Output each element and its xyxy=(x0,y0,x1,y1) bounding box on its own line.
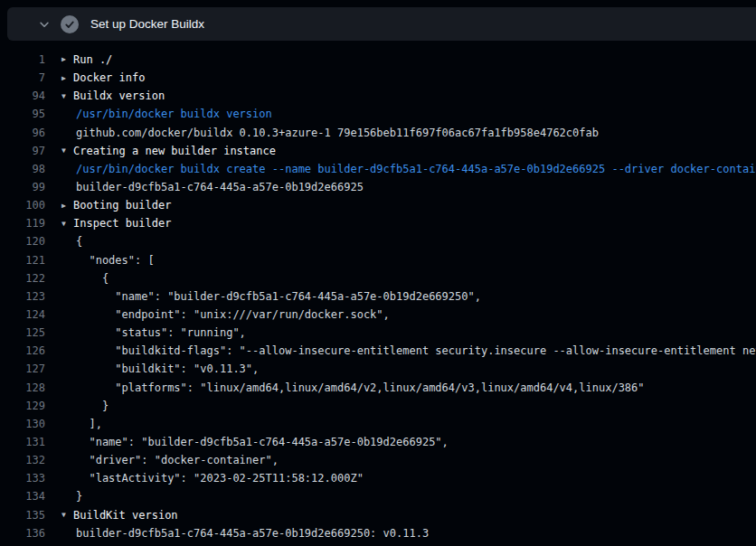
line-number[interactable]: 133 xyxy=(0,469,45,487)
triangle-expanded-icon[interactable]: ▼ xyxy=(61,506,73,524)
log-text-line: 128 "platforms": "linux/amd64,linux/amd6… xyxy=(0,379,756,397)
log-group-line[interactable]: 1 ▶Run ./ xyxy=(0,51,756,69)
log-output-text: "buildkitd-flags": "--allow-insecure-ent… xyxy=(76,344,756,357)
line-number[interactable]: 120 xyxy=(0,232,45,250)
line-number[interactable]: 135 xyxy=(0,506,45,524)
log-text-line: 99 builder-d9cfb5a1-c764-445a-a57e-0b19d… xyxy=(0,178,756,196)
log-text-cell: "name": "builder-d9cfb5a1-c764-445a-a57e… xyxy=(45,287,481,306)
log-text-line: 122 { xyxy=(0,269,756,287)
log-text-cell: builder-d9cfb5a1-c764-445a-a57e-0b19d2e6… xyxy=(45,178,364,196)
log-text-cell: "buildkit": "v0.11.3", xyxy=(45,360,259,378)
log-output-text: builder-d9cfb5a1-c764-445a-a57e-0b19d2e6… xyxy=(76,527,429,540)
log-group-line[interactable]: 135 ▼BuildKit version xyxy=(0,506,756,524)
log-text-line: 127 "buildkit": "v0.11.3", xyxy=(0,360,756,378)
log-text-cell: github.com/docker/buildx 0.10.3+azure-1 … xyxy=(45,124,599,142)
log-group-cell[interactable]: ▶Booting builder xyxy=(45,196,171,214)
log-output-text: "buildkit": "v0.11.3", xyxy=(76,362,259,375)
log-text-line: 123 "name": "builder-d9cfb5a1-c764-445a-… xyxy=(0,287,756,306)
log-group-line[interactable]: 97 ▼Creating a new builder instance xyxy=(0,142,756,160)
log-output-text: "name": "builder-d9cfb5a1-c764-445a-a57e… xyxy=(76,290,481,303)
log-text-cell: "driver": "docker-container", xyxy=(45,451,279,469)
log-group-cell[interactable]: ▶Run ./ xyxy=(45,51,112,69)
line-number[interactable]: 99 xyxy=(0,178,45,196)
line-number[interactable]: 122 xyxy=(0,269,45,287)
log-text-cell: "endpoint": "unix:///var/run/docker.sock… xyxy=(45,306,390,324)
line-number[interactable]: 131 xyxy=(0,433,45,451)
line-number[interactable]: 1 xyxy=(0,51,45,69)
line-number[interactable]: 126 xyxy=(0,342,45,360)
log-output-text: ], xyxy=(76,418,102,430)
line-number[interactable]: 136 xyxy=(0,524,45,542)
log-text-cell: /usr/bin/docker buildx create --name bui… xyxy=(45,160,756,178)
log-text-line: 95 /usr/bin/docker buildx version xyxy=(0,105,756,123)
line-number[interactable]: 124 xyxy=(0,306,45,324)
log-output-text: "nodes": [ xyxy=(76,254,155,267)
triangle-collapsed-icon[interactable]: ▶ xyxy=(61,197,73,215)
line-number[interactable]: 7 xyxy=(0,69,45,87)
triangle-expanded-icon[interactable]: ▼ xyxy=(61,88,73,106)
log-text-line: 131 "name": "builder-d9cfb5a1-c764-445a-… xyxy=(0,433,756,451)
log-text-line: 132 "driver": "docker-container", xyxy=(0,451,756,469)
triangle-collapsed-icon[interactable]: ▶ xyxy=(61,70,73,88)
line-number[interactable]: 128 xyxy=(0,379,45,397)
line-number[interactable]: 125 xyxy=(0,324,45,342)
log-group-title: Buildx version xyxy=(73,89,165,102)
log-text-line: 96 github.com/docker/buildx 0.10.3+azure… xyxy=(0,124,756,142)
log-text-line: 130 ], xyxy=(0,415,756,433)
line-number[interactable]: 96 xyxy=(0,124,45,142)
line-number[interactable]: 132 xyxy=(0,451,45,469)
log-group-cell[interactable]: ▼Inspect builder xyxy=(45,214,171,232)
log-group-line[interactable]: 94 ▼Buildx version xyxy=(0,87,756,105)
log-text-line: 126 "buildkitd-flags": "--allow-insecure… xyxy=(0,342,756,360)
log-text-cell: "name": "builder-d9cfb5a1-c764-445a-a57e… xyxy=(45,433,449,451)
log-group-title: Run ./ xyxy=(73,53,112,66)
log-group-cell[interactable]: ▶Docker info xyxy=(45,69,145,87)
line-number[interactable]: 134 xyxy=(0,487,45,505)
line-number[interactable]: 97 xyxy=(0,142,45,160)
log-output-text: "status": "running", xyxy=(76,326,246,339)
log-text-line: 121 "nodes": [ xyxy=(0,251,756,269)
log-text-cell: "lastActivity": "2023-02-25T11:58:12.000… xyxy=(45,469,364,487)
triangle-expanded-icon[interactable]: ▼ xyxy=(61,215,73,233)
log-output-text: { xyxy=(76,235,82,248)
log-output-text: "driver": "docker-container", xyxy=(76,454,279,466)
log-text-cell: /usr/bin/docker buildx version xyxy=(45,105,272,123)
line-number[interactable]: 129 xyxy=(0,397,45,415)
log-output-text: github.com/docker/buildx 0.10.3+azure-1 … xyxy=(76,127,599,139)
log-output-text: "endpoint": "unix:///var/run/docker.sock… xyxy=(76,308,390,321)
step-header[interactable]: Set up Docker Buildx xyxy=(7,7,756,41)
log-output-text: builder-d9cfb5a1-c764-445a-a57e-0b19d2e6… xyxy=(76,181,364,193)
line-number[interactable]: 94 xyxy=(0,87,45,105)
line-number[interactable]: 119 xyxy=(0,214,45,232)
log-output-text: "name": "builder-d9cfb5a1-c764-445a-a57e… xyxy=(76,436,449,448)
log-group-cell[interactable]: ▼Creating a new builder instance xyxy=(45,142,276,160)
log-text-cell: "status": "running", xyxy=(45,324,246,342)
log-output-text: "lastActivity": "2023-02-25T11:58:12.000… xyxy=(76,472,364,485)
log-viewer: 1 ▶Run ./ 7 ▶Docker info 94 ▼Buildx vers… xyxy=(0,51,756,542)
line-number[interactable]: 127 xyxy=(0,360,45,378)
log-text-line: 133 "lastActivity": "2023-02-25T11:58:12… xyxy=(0,469,756,487)
log-group-line[interactable]: 119 ▼Inspect builder xyxy=(0,214,756,232)
log-group-title: Docker info xyxy=(73,71,145,84)
log-group-line[interactable]: 7 ▶Docker info xyxy=(0,69,756,87)
line-number[interactable]: 100 xyxy=(0,196,45,214)
log-group-cell[interactable]: ▼Buildx version xyxy=(45,87,165,105)
log-text-cell: } xyxy=(45,397,109,415)
line-number[interactable]: 98 xyxy=(0,160,45,178)
log-group-cell[interactable]: ▼BuildKit version xyxy=(45,506,178,524)
log-group-title: Creating a new builder instance xyxy=(73,145,276,157)
triangle-expanded-icon[interactable]: ▼ xyxy=(61,142,73,160)
log-text-cell: "platforms": "linux/amd64,linux/amd64/v2… xyxy=(45,379,645,397)
chevron-down-icon[interactable] xyxy=(37,17,52,32)
log-text-cell: } xyxy=(45,487,82,505)
log-command-text: /usr/bin/docker buildx create --name bui… xyxy=(76,163,756,175)
log-text-line: 129 } xyxy=(0,397,756,415)
log-text-cell: { xyxy=(45,232,82,250)
line-number[interactable]: 123 xyxy=(0,287,45,306)
line-number[interactable]: 121 xyxy=(0,251,45,269)
line-number[interactable]: 130 xyxy=(0,415,45,433)
step-title: Set up Docker Buildx xyxy=(90,17,204,31)
line-number[interactable]: 95 xyxy=(0,105,45,123)
triangle-collapsed-icon[interactable]: ▶ xyxy=(61,51,73,69)
log-group-line[interactable]: 100 ▶Booting builder xyxy=(0,196,756,214)
